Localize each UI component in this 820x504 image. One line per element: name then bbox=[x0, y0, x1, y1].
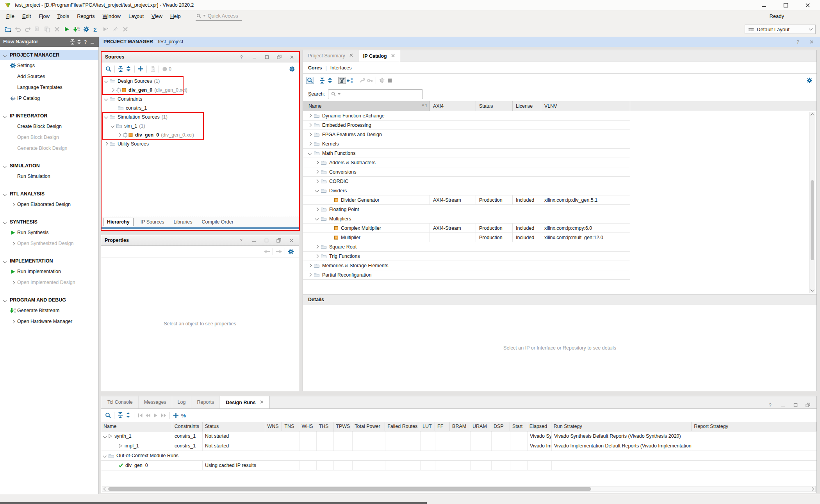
float-icon[interactable] bbox=[275, 53, 283, 60]
tab-project-summary[interactable]: Project Summary bbox=[303, 50, 358, 62]
sidebar-section-header-simulation[interactable]: SIMULATION bbox=[0, 161, 98, 171]
tree-item-sim-1[interactable]: sim_1(1) bbox=[102, 121, 299, 130]
chevron-right-icon[interactable] bbox=[315, 245, 319, 249]
sidebar-section-header-ip-integrator[interactable]: IP INTEGRATOR bbox=[0, 111, 98, 121]
run-row-impl-1[interactable]: impl_1constrs_1Not startedVivado Impleme… bbox=[101, 441, 816, 451]
chevron-right-icon[interactable] bbox=[308, 142, 312, 146]
chevron-down-icon[interactable] bbox=[104, 97, 108, 101]
filter-icon[interactable] bbox=[338, 77, 346, 84]
menu-file[interactable]: File bbox=[2, 12, 18, 20]
minimize-icon[interactable] bbox=[250, 53, 258, 60]
next-run-icon[interactable] bbox=[160, 412, 168, 419]
sidebar-section-header-program-and-debug[interactable]: PROGRAM AND DEBUG bbox=[0, 295, 98, 305]
help-icon[interactable]: ? bbox=[767, 401, 774, 408]
tab-design-runs[interactable]: Design Runs bbox=[220, 396, 269, 408]
collapse-all-icon[interactable] bbox=[116, 412, 124, 419]
column-header-start[interactable]: Start bbox=[510, 422, 527, 431]
chevron-down-icon[interactable] bbox=[104, 79, 108, 83]
tree-item-constraints[interactable]: Constraints bbox=[102, 94, 299, 103]
column-header-constraints[interactable]: Constraints bbox=[172, 422, 203, 431]
horizontal-scrollbar[interactable] bbox=[102, 486, 816, 492]
minimize-icon[interactable] bbox=[89, 39, 96, 44]
column-header-axi4[interactable]: AXI4 bbox=[430, 101, 476, 111]
tab-cores[interactable]: Cores bbox=[308, 65, 322, 71]
column-header-license[interactable]: License bbox=[513, 101, 541, 111]
menu-reports[interactable]: Reports bbox=[73, 12, 99, 20]
category-row-adders-subtracters[interactable]: Adders & Subtracters bbox=[303, 158, 630, 167]
close-icon[interactable] bbox=[260, 400, 264, 405]
chevron-right-icon[interactable] bbox=[308, 273, 312, 277]
float-icon[interactable] bbox=[804, 401, 812, 408]
scroll-right-icon[interactable] bbox=[810, 487, 814, 491]
sidebar-item-create-block-design[interactable]: Create Block Design bbox=[0, 121, 98, 132]
tree-item-utility-sources[interactable]: Utility Sources bbox=[102, 139, 299, 148]
category-row-cordic[interactable]: CORDIC bbox=[303, 177, 630, 186]
sidebar-section-header-synthesis[interactable]: SYNTHESIS bbox=[0, 217, 98, 227]
menu-window[interactable]: Window bbox=[99, 12, 125, 20]
open-file-button[interactable] bbox=[3, 25, 13, 34]
maximize-icon[interactable] bbox=[782, 2, 790, 9]
category-row-memories-storage-elements[interactable]: Memories & Storage Elements bbox=[303, 261, 630, 270]
chevron-right-icon[interactable] bbox=[315, 254, 319, 258]
search-icon[interactable] bbox=[105, 66, 112, 73]
scrollbar-thumb[interactable] bbox=[811, 180, 814, 260]
vertical-scrollbar[interactable] bbox=[809, 112, 815, 293]
undo-button[interactable] bbox=[13, 25, 23, 34]
previous-run-icon[interactable] bbox=[144, 412, 152, 419]
column-header-wns[interactable]: WNS bbox=[265, 422, 282, 431]
category-row-dynamic-function-exchange[interactable]: Dynamic Function eXchange bbox=[303, 111, 630, 121]
tab-ip-sources[interactable]: IP Sources bbox=[136, 218, 169, 226]
chevron-right-icon[interactable] bbox=[315, 179, 319, 183]
gear-icon[interactable] bbox=[806, 77, 813, 84]
column-header-ths[interactable]: THS bbox=[316, 422, 333, 431]
help-icon[interactable]: ? bbox=[238, 53, 246, 60]
ip-row-multiplier[interactable]: MultiplierProductionIncludedxilinx.com:i… bbox=[303, 233, 630, 242]
tab-ip-catalog[interactable]: IP Catalog bbox=[358, 50, 400, 62]
expand-all-icon[interactable] bbox=[124, 412, 132, 419]
category-row-square-root[interactable]: Square Root bbox=[303, 242, 630, 252]
sidebar-item-run-implementation[interactable]: Run Implementation bbox=[0, 266, 98, 277]
menu-view[interactable]: View bbox=[148, 12, 166, 20]
column-header-dsp[interactable]: DSP bbox=[491, 422, 510, 431]
tree-item-constrs-1[interactable]: constrs_1 bbox=[102, 103, 299, 112]
column-header-whs[interactable]: WHS bbox=[299, 422, 316, 431]
add-sources-button[interactable] bbox=[137, 66, 144, 73]
chevron-down-icon[interactable] bbox=[111, 124, 115, 128]
help-icon[interactable]: ? bbox=[794, 38, 802, 45]
tree-item-div-gen-0[interactable]: div_gen_0(div_gen_0.xci) bbox=[102, 130, 299, 139]
delete-button[interactable] bbox=[52, 25, 62, 34]
sidebar-item-generate-bitstream[interactable]: 0110Generate Bitstream bbox=[0, 305, 98, 316]
first-run-icon[interactable] bbox=[136, 412, 144, 419]
sidebar-item-open-hardware-manager[interactable]: Open Hardware Manager bbox=[0, 316, 98, 327]
sidebar-item-generate-block-design[interactable]: Generate Block Design bbox=[0, 143, 98, 154]
clipboard-icon[interactable]: ? bbox=[149, 66, 157, 73]
maximize-icon[interactable] bbox=[262, 237, 270, 244]
collapse-all-icon[interactable] bbox=[69, 39, 76, 44]
sidebar-item-run-synthesis[interactable]: Run Synthesis bbox=[0, 227, 98, 238]
cancel-button[interactable] bbox=[120, 25, 130, 34]
column-header-bram[interactable]: BRAM bbox=[450, 422, 470, 431]
ip-row-divider-generator[interactable]: Divider GeneratorAXI4-StreamProductionIn… bbox=[303, 195, 630, 205]
tab-log[interactable]: Log bbox=[172, 396, 192, 408]
column-header-tpws[interactable]: TPWS bbox=[333, 422, 352, 431]
expand-all-icon[interactable] bbox=[125, 66, 132, 73]
column-header-run-strategy[interactable]: Run Strategy bbox=[551, 422, 692, 431]
chevron-down-icon[interactable] bbox=[103, 454, 107, 458]
stop-run-button[interactable] bbox=[101, 25, 111, 34]
run-progress-icon[interactable]: % bbox=[180, 412, 187, 419]
chevron-down-icon[interactable] bbox=[104, 115, 108, 119]
category-row-conversions[interactable]: Conversions bbox=[303, 167, 630, 177]
category-row-embedded-processing[interactable]: Embedded Processing bbox=[303, 121, 630, 130]
chevron-right-icon[interactable] bbox=[104, 142, 108, 146]
close-icon[interactable] bbox=[808, 38, 815, 45]
forward-arrow-icon[interactable] bbox=[275, 248, 283, 255]
expand-all-icon[interactable] bbox=[76, 39, 82, 44]
chevron-right-icon[interactable] bbox=[308, 123, 312, 127]
column-header-name[interactable]: Name ^ 1 bbox=[303, 101, 430, 111]
column-header-status[interactable]: Status bbox=[476, 101, 513, 111]
column-header-elapsed[interactable]: Elapsed bbox=[527, 422, 551, 431]
chevron-right-icon[interactable] bbox=[308, 114, 312, 118]
column-header-failed-routes[interactable]: Failed Routes bbox=[385, 422, 420, 431]
create-run-button[interactable] bbox=[172, 412, 180, 419]
search-input[interactable] bbox=[328, 89, 423, 99]
